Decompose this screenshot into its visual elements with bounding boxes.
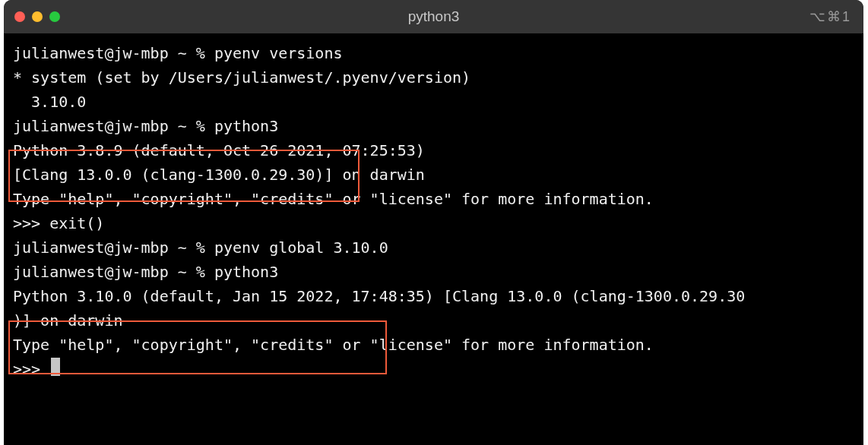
terminal-line: julianwest@jw-mbp ~ % python3 (13, 260, 854, 284)
terminal-line: julianwest@jw-mbp ~ % pyenv global 3.10.… (13, 235, 854, 260)
terminal-line: julianwest@jw-mbp ~ % python3 (13, 114, 854, 138)
terminal-window: python3 ⌥⌘1 julianwest@jw-mbp ~ % pyenv … (4, 0, 863, 445)
terminal-line: Python 3.10.0 (default, Jan 15 2022, 17:… (13, 284, 854, 308)
terminal-body[interactable]: julianwest@jw-mbp ~ % pyenv versions * s… (4, 33, 863, 389)
close-button[interactable] (14, 11, 25, 22)
traffic-lights (14, 11, 60, 22)
minimize-button[interactable] (32, 11, 43, 22)
maximize-button[interactable] (49, 11, 60, 22)
terminal-prompt-line: >>> (13, 357, 854, 381)
window-shortcut: ⌥⌘1 (809, 8, 851, 25)
terminal-line: julianwest@jw-mbp ~ % pyenv versions (13, 41, 854, 65)
terminal-line: [Clang 13.0.0 (clang-1300.0.29.30)] on d… (13, 163, 854, 187)
terminal-line: 3.10.0 (13, 90, 854, 114)
terminal-line: )] on darwin (13, 308, 854, 333)
cursor-icon (51, 358, 60, 376)
terminal-line: >>> exit() (13, 211, 854, 235)
terminal-line: Type "help", "copyright", "credits" or "… (13, 187, 854, 211)
terminal-line: Python 3.8.9 (default, Oct 26 2021, 07:2… (13, 138, 854, 163)
terminal-line: Type "help", "copyright", "credits" or "… (13, 333, 854, 357)
titlebar: python3 ⌥⌘1 (4, 0, 863, 33)
terminal-line: * system (set by /Users/julianwest/.pyen… (13, 65, 854, 90)
window-title: python3 (408, 8, 460, 25)
prompt-text: >>> (13, 360, 49, 378)
